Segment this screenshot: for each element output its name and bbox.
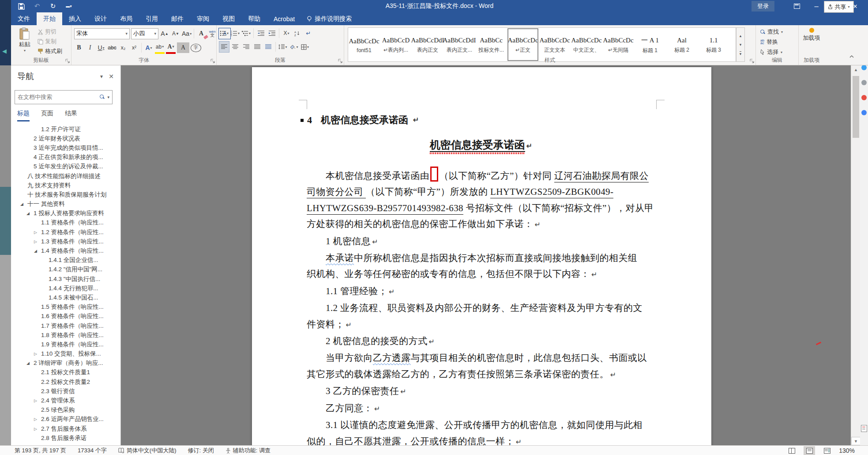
align-right-button[interactable] [241, 42, 251, 52]
expand-triangle-icon[interactable]: ▷ [34, 417, 37, 421]
nav-heading-item[interactable]: ◢2 详细评审（商务）响应... [11, 359, 120, 368]
nav-heading-item[interactable]: ▷1.10 交货期、投标保... [11, 349, 120, 359]
shading-icon[interactable]: ▾ [289, 42, 299, 52]
borders-icon[interactable]: ▾ [300, 42, 310, 52]
select-button[interactable]: 选择 ▾ [756, 47, 798, 57]
doc-line[interactable]: 乙方同意：↵ [307, 400, 655, 417]
doc-line[interactable]: 本机密信息接受承诺函由（以下简称“乙方”）针对同 辽河石油勘探局有限公 [307, 167, 655, 184]
doc-line[interactable]: 3.1 以谨慎的态度避免泄露、公开或传播甲方的机密信息，就如同使用与此相 [307, 417, 655, 433]
minimize-button[interactable]: ─ [807, 0, 826, 12]
doc-line[interactable]: 司物资分公司 （以下简称“甲方”）所发放的 LHYTWZGS2509-ZBGK0… [307, 184, 655, 200]
nav-heading-item[interactable]: 2.1 投标文件质量1 [11, 368, 120, 377]
nav-heading-item[interactable]: 八 技术性能指标的详细描述 [11, 171, 120, 181]
nav-tab-结果[interactable]: 结果 [65, 110, 77, 121]
paragraph-dialog-launcher-icon[interactable] [338, 59, 343, 64]
nav-heading-item[interactable]: 1.1 资格条件（响应性... [11, 218, 120, 228]
accessibility-status[interactable]: 辅助功能: 调查 [225, 447, 271, 455]
tab-设计[interactable]: 设计 [88, 12, 113, 25]
nav-heading-item[interactable]: 1.4.1 全国企业信... [11, 256, 120, 265]
collapse-triangle-icon[interactable]: ◢ [26, 211, 30, 216]
nav-heading-item[interactable]: ▷2.4 管理体系 [11, 396, 120, 405]
cut-button[interactable]: 剪切 [38, 28, 62, 36]
signin-button[interactable]: 登录 [752, 1, 774, 11]
bullets-icon[interactable]: ▾ [219, 28, 229, 38]
align-left-button[interactable] [219, 42, 229, 52]
tab-文件[interactable]: 文件 [11, 12, 37, 25]
nav-heading-item[interactable]: 2 近年财务状况表 [11, 134, 120, 143]
justify-button[interactable] [252, 42, 262, 52]
text-effects-icon[interactable]: A▾ [144, 42, 154, 53]
nav-heading-item[interactable]: ◢1 投标人资格要求响应资料 [11, 209, 120, 218]
expand-triangle-icon[interactable]: ▷ [34, 427, 37, 431]
expand-triangle-icon[interactable]: ▷ [34, 352, 37, 356]
search-options-chevron-icon[interactable]: ▾ [107, 95, 109, 99]
nav-heading-item[interactable]: ◢十一 其他资料 [11, 200, 120, 209]
distribute-button[interactable] [263, 42, 273, 52]
redo-icon[interactable]: ↻ [48, 1, 58, 11]
read-mode-button[interactable] [786, 446, 797, 455]
tab-引用[interactable]: 引用 [139, 12, 165, 25]
tab-审阅[interactable]: 审阅 [190, 12, 216, 25]
tab-布局[interactable]: 布局 [113, 12, 139, 25]
print-layout-button[interactable] [804, 446, 815, 455]
doc-title-line[interactable]: 机密信息接受承诺函↵ [307, 137, 655, 154]
web-layout-button[interactable] [821, 446, 833, 455]
ribbon-display-options-icon[interactable] [788, 0, 806, 12]
dock-app-icon-navy[interactable] [860, 109, 868, 116]
document-canvas[interactable]: 4机密信息接受承诺函↵ 机密信息接受承诺函↵ 本机密信息接受承诺函由（以下简称“… [120, 65, 851, 445]
enclose-characters-icon[interactable]: 字 [191, 44, 201, 52]
nav-heading-item[interactable]: ▷1.3 资格条件（响应性... [11, 237, 120, 246]
subscript-button[interactable]: x₂ [118, 42, 128, 53]
grow-font-button[interactable]: A▲ [160, 28, 169, 39]
document-scrollbar[interactable]: ▲ ▼ [851, 65, 860, 445]
collapse-triangle-icon[interactable]: ◢ [26, 361, 30, 365]
replace-button[interactable]: abac 替换 [756, 37, 798, 47]
tab-插入[interactable]: 插入 [62, 12, 88, 25]
nav-heading-item[interactable]: 1.9 资格条件（响应性... [11, 340, 120, 349]
doc-line[interactable]: 织机构、业务等任何秘密的或专有的信息，包括但不限于以下内容：↵ [307, 266, 655, 283]
nav-heading-item[interactable]: 2.8 售后服务承诺 [11, 433, 120, 443]
doc-body[interactable]: 本机密信息接受承诺函由（以下简称“乙方”）针对同 辽河石油勘探局有限公司物资分公… [307, 167, 655, 445]
format-painter-button[interactable]: 格式刷 [38, 47, 62, 55]
find-button[interactable]: 查找 ▾ [756, 27, 798, 37]
tab-邮件[interactable]: 邮件 [165, 12, 190, 25]
align-center-button[interactable] [230, 42, 240, 52]
customize-qat-icon[interactable]: ▬▾ [64, 1, 74, 11]
italic-button[interactable]: I [85, 42, 95, 53]
nav-heading-item[interactable]: 1.5 资格条件（响应性... [11, 303, 120, 312]
doc-line[interactable]: 当甲方欲向乙方透露与其项目相关的机密信息时，此信息包括口头、书面或以 [307, 350, 655, 366]
character-shading-icon[interactable]: A [177, 42, 189, 53]
addins-button[interactable]: 加载项 [802, 28, 821, 55]
dock-app-icon-gray[interactable] [860, 79, 868, 86]
nav-heading-item[interactable]: ▷2.6 近两年产品销售业... [11, 415, 120, 424]
nav-heading-item[interactable]: 十 技术服务和质保期服务计划 [11, 190, 120, 199]
doc-line[interactable]: 1 机密信息↵ [307, 233, 655, 250]
expand-triangle-icon[interactable]: ▷ [34, 398, 37, 403]
document-page[interactable]: 4机密信息接受承诺函↵ 机密信息接受承诺函↵ 本机密信息接受承诺函由（以下简称“… [252, 67, 711, 445]
doc-line[interactable]: 1.2 业务流程、职员资料及内部公开的财务、生产经营资料及为甲方专有的文 [307, 300, 655, 316]
nav-heading-item[interactable]: 1.4.5 未被中国石... [11, 293, 120, 302]
nav-heading-item[interactable]: 1.2 开户许可证 [11, 125, 120, 134]
font-color-icon[interactable]: A▾ [166, 42, 176, 54]
navigation-pane-close-icon[interactable]: ✕ [106, 72, 116, 81]
navigation-search-input[interactable]: 在文档中搜索 ▾ [15, 90, 113, 104]
nav-tab-标题[interactable]: 标题 [17, 110, 30, 121]
proofing-status[interactable]: 简体中文(中国大陆) [118, 447, 177, 455]
page-indicator[interactable]: 第 193 页, 共 197 页 [15, 447, 66, 455]
track-changes-status[interactable]: 修订: 关闭 [188, 447, 214, 455]
tab-视图[interactable]: 视图 [216, 12, 241, 25]
strikethrough-button[interactable]: abc [107, 42, 117, 53]
collapse-triangle-icon[interactable]: ◢ [34, 249, 37, 253]
nav-heading-item[interactable]: 2.2 投标文件质量2 [11, 377, 120, 387]
nav-heading-item[interactable]: 1.6 资格条件（响应性... [11, 312, 120, 321]
zoom-level[interactable]: 130% [839, 447, 855, 454]
nav-heading-item[interactable]: 1.4.2 "信用中国"网... [11, 265, 120, 274]
nav-heading-item[interactable]: 1.4.3 "中国执行信... [11, 274, 120, 284]
increase-indent-icon[interactable] [267, 28, 277, 38]
nav-heading-item[interactable]: 2.5 绿色采购 [11, 406, 120, 415]
scroll-down-icon[interactable]: ▼ [851, 437, 860, 445]
expand-triangle-icon[interactable]: ▷ [34, 239, 37, 244]
nav-heading-item[interactable]: ▷2.7 售后服务体系 [11, 424, 120, 433]
bold-button[interactable]: B [74, 42, 84, 53]
navigation-pane-options-icon[interactable]: ▾ [97, 72, 106, 81]
